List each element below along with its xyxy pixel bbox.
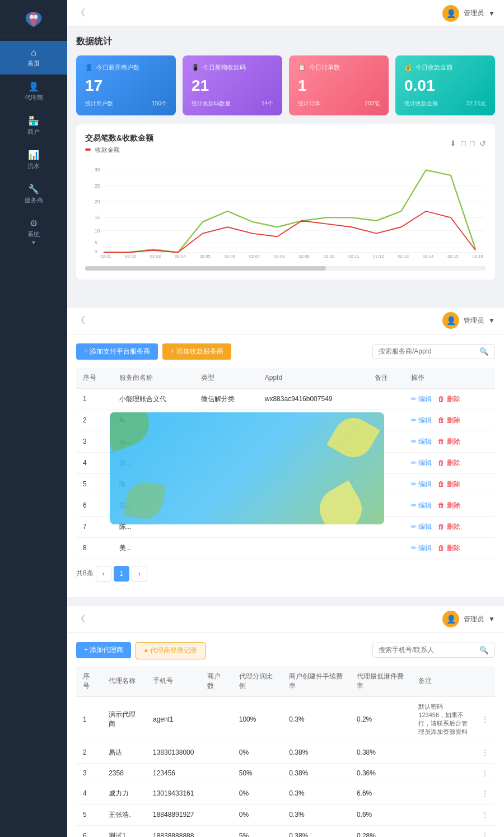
more-action-icon-2[interactable]: ⋮ — [482, 748, 488, 756]
svg-text:0: 0 — [95, 249, 97, 254]
collapse-icon-3[interactable]: 《 — [76, 613, 85, 625]
section3-header: 《 👤 管理员 ▼ — [67, 606, 504, 633]
more-action-icon-3[interactable]: ⋮ — [482, 769, 488, 777]
agent-col-remark: 备注 — [412, 666, 475, 697]
service-provider-section: + 添加支付平台服务商 + 添加收款服务商 🔍 序号 服务商名称 类型 AppI… — [67, 334, 504, 597]
table-row: 8 美... ✏ 编辑 🗑 删除 — [76, 537, 495, 559]
sidebar-item-home[interactable]: ⌂ 首页 — [0, 41, 67, 75]
system-icon: ⚙ — [30, 218, 38, 229]
delete-button-5[interactable]: 🗑 删除 — [438, 480, 460, 488]
header-user[interactable]: 👤 管理员 ▼ — [442, 5, 495, 22]
more-action-icon-4[interactable]: ⋮ — [482, 789, 488, 797]
sidebar-item-flow[interactable]: 📊 流水 — [0, 143, 67, 177]
table-row: 2 易达 13830138000 0% 0.38% 0.38% ⋮ — [76, 742, 495, 763]
sidebar-item-label: 系统 — [27, 230, 40, 239]
grid-icon[interactable]: □ — [470, 139, 475, 148]
search-box: 🔍 — [372, 344, 495, 359]
revenue-icon: 💰 — [404, 64, 412, 71]
collapse-icon[interactable]: 《 — [76, 7, 85, 19]
merchant-stat-value: 17 — [85, 76, 167, 95]
delete-button-3[interactable]: 🗑 删除 — [438, 438, 460, 445]
edit-button-5[interactable]: ✏ 编辑 — [411, 480, 432, 488]
delete-button-6[interactable]: 🗑 删除 — [438, 501, 460, 509]
stat-card-merchants: 👤 今日新开商户数 17 统计商户数 150个 — [76, 55, 176, 115]
add-agent-button[interactable]: + 添加代理商 — [76, 642, 131, 658]
revenue-label: 今日收款金额 — [416, 63, 452, 72]
stats-title: 数据统计 — [76, 36, 495, 48]
dropdown-icon-3: ▼ — [488, 615, 495, 623]
more-action-icon-6[interactable]: ⋮ — [482, 832, 488, 837]
edit-button-8[interactable]: ✏ 编辑 — [411, 544, 432, 552]
refresh-icon[interactable]: ↺ — [479, 139, 486, 148]
chart-scrollbar[interactable] — [85, 266, 486, 271]
sidebar-item-label: 首页 — [27, 59, 40, 68]
stat-card-orders: 📋 今日订单数 1 统计订单 203笔 — [289, 55, 389, 115]
fullscreen-icon[interactable]: □ — [461, 139, 465, 148]
chart-scrollbar-thumb[interactable] — [85, 266, 326, 271]
revenue-footer-value: 32.15元 — [466, 100, 486, 108]
agent-search-input[interactable] — [373, 643, 474, 657]
merchant-stat-icon: 👤 — [85, 64, 93, 71]
sidebar-nav: ⌂ 首页 👤 代理商 🏪 商户 📊 流水 🔧 服务商 ⚙ 系统 ▼ — [0, 41, 67, 252]
delete-button-2[interactable]: 🗑 删除 — [438, 416, 460, 424]
edit-button-4[interactable]: ✏ 编辑 — [411, 459, 432, 467]
sidebar-item-service[interactable]: 🔧 服务商 — [0, 177, 67, 211]
collapse-icon-2[interactable]: 《 — [76, 315, 85, 327]
svg-text:02-01: 02-01 — [100, 253, 111, 258]
svg-text:10: 10 — [95, 227, 100, 233]
legend-dot-red — [85, 148, 91, 151]
flow-icon: 📊 — [28, 150, 39, 160]
payment-code-icon: 📱 — [192, 64, 199, 71]
edit-button[interactable]: ✏ 编辑 — [411, 395, 432, 403]
svg-text:02-14: 02-14 — [423, 253, 433, 258]
search-input[interactable] — [373, 345, 474, 358]
stats-section: 数据统计 👤 今日新开商户数 17 统计商户数 150个 📱 — [67, 27, 504, 297]
sidebar-item-merchant[interactable]: 🏪 商户 — [0, 109, 67, 143]
chevron-down-icon: ▼ — [31, 240, 36, 245]
table-row: 6 测试1 18838888888 5% 0.38% 0.28% ⋮ — [76, 825, 495, 837]
stats-grid: 👤 今日新开商户数 17 统计商户数 150个 📱 今日新增收款码 21 — [76, 55, 495, 115]
delete-button-8[interactable]: 🗑 删除 — [438, 544, 460, 552]
agent-col-seq: 序号 — [76, 666, 102, 697]
edit-button-6[interactable]: ✏ 编辑 — [411, 501, 432, 509]
edit-button-7[interactable]: ✏ 编辑 — [411, 523, 432, 531]
sidebar-item-system[interactable]: ⚙ 系统 ▼ — [0, 211, 67, 252]
user-name: 管理员 — [464, 8, 484, 18]
col-action: 操作 — [404, 368, 495, 389]
order-footer-value: 203笔 — [365, 100, 380, 108]
add-payment-platform-button[interactable]: + 添加支付平台服务商 — [76, 343, 158, 360]
svg-text:25: 25 — [95, 183, 100, 188]
delete-button[interactable]: 🗑 删除 — [438, 395, 460, 403]
svg-text:02-09: 02-09 — [299, 253, 310, 258]
leaf-decoration-1 — [110, 412, 155, 452]
agent-search-button[interactable]: 🔍 — [474, 643, 494, 657]
payment-code-footer-label: 统计收款码数量 — [192, 100, 231, 108]
page-1-button[interactable]: 1 — [114, 566, 129, 582]
edit-button-2[interactable]: ✏ 编辑 — [411, 416, 432, 424]
sidebar-item-agent[interactable]: 👤 代理商 — [0, 75, 67, 109]
user-name-3: 管理员 — [464, 615, 484, 624]
search-button[interactable]: 🔍 — [474, 345, 494, 359]
pagination: 共8条 ‹ 1 › — [76, 559, 495, 588]
agent-col-min-rate: 代理最低港件费率 — [350, 666, 412, 697]
edit-button-3[interactable]: ✏ 编辑 — [411, 438, 432, 445]
tab-agent-login-record[interactable]: ● 代理商登录记录 — [136, 642, 206, 659]
delete-button-4[interactable]: 🗑 删除 — [438, 459, 460, 467]
svg-text:02-11: 02-11 — [348, 253, 359, 258]
order-icon: 📋 — [298, 64, 306, 71]
home-icon: ⌂ — [31, 48, 36, 58]
cell-action: ✏ 编辑 🗑 删除 — [404, 388, 495, 410]
delete-button-7[interactable]: 🗑 删除 — [438, 523, 460, 531]
prev-page-button[interactable]: ‹ — [96, 566, 111, 582]
dropdown-icon-2: ▼ — [488, 317, 495, 324]
more-action-icon-5[interactable]: ⋮ — [482, 811, 488, 819]
next-page-button[interactable]: › — [132, 566, 147, 582]
more-action-icon[interactable]: ⋮ — [482, 715, 488, 723]
header-user-2[interactable]: 👤 管理员 ▼ — [442, 312, 495, 329]
sidebar-item-label: 服务商 — [25, 196, 43, 204]
header-user-3[interactable]: 👤 管理员 ▼ — [442, 611, 495, 627]
agent-col-merchants: 商户数 — [200, 666, 232, 697]
download-icon[interactable]: ⬇ — [450, 139, 456, 148]
add-collection-provider-button[interactable]: + 添加收款服务商 — [162, 343, 231, 360]
table-row: 1 演示代理商 agent1 100% 0.3% 0.2% 默认密码123456… — [76, 696, 495, 742]
